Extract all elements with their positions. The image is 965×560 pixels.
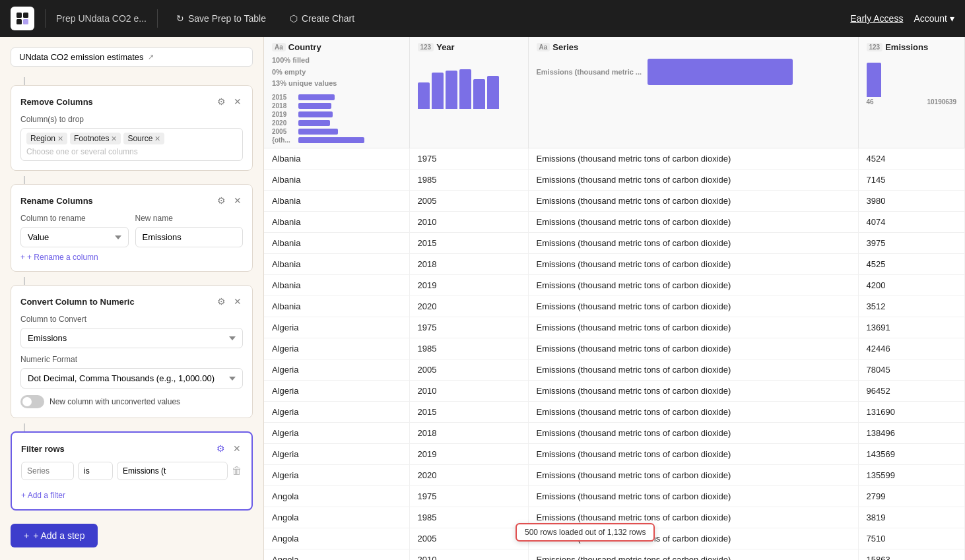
- table-row: Algeria1985Emissions (thousand metric to…: [264, 338, 965, 359]
- numeric-format-select[interactable]: Dot Decimal, Comma Thousands (e.g., 1,00…: [20, 368, 243, 389]
- tag-footnotes: Footnotes ✕: [70, 133, 121, 144]
- table-cell: Algeria: [264, 443, 409, 464]
- svg-rect-3: [23, 19, 28, 24]
- table-cell: 2005: [409, 528, 528, 549]
- new-name-input[interactable]: [135, 227, 244, 247]
- columns-drop-input[interactable]: Region ✕ Footnotes ✕ Source ✕ Choose one…: [20, 128, 243, 161]
- series-main-bar: [648, 59, 793, 85]
- step-close-button-remove[interactable]: ✕: [232, 95, 243, 108]
- table-cell: Emissions (thousand metric tons of carbo…: [528, 274, 858, 296]
- left-panel: UNdata CO2 emission estimates ↗ Remove C…: [0, 37, 264, 560]
- table-cell: Emissions (thousand metric tons of carbo…: [528, 464, 858, 485]
- table-cell: 2020: [409, 296, 528, 317]
- dataset-name-button[interactable]: UNdata CO2 emission estimates ↗: [11, 47, 253, 67]
- table-cell: Emissions (thousand metric tons of carbo…: [528, 359, 858, 380]
- table-row: Algeria1975Emissions (thousand metric to…: [264, 317, 965, 338]
- tag-x-source[interactable]: ✕: [154, 135, 160, 143]
- step-close-button-convert[interactable]: ✕: [232, 295, 243, 308]
- plus-icon-rename: +: [20, 253, 25, 262]
- table-row: Albania2020Emissions (thousand metric to…: [264, 296, 965, 317]
- new-name-label: New name: [135, 214, 244, 223]
- col-to-convert-select[interactable]: Emissions: [20, 328, 243, 348]
- table-cell: Algeria: [264, 317, 409, 338]
- year-bar-4: [459, 69, 471, 109]
- table-cell: Emissions (thousand metric tons of carbo…: [528, 211, 858, 232]
- toggle-label: New column with unconverted values: [50, 397, 180, 406]
- topbar-divider2: [157, 9, 158, 28]
- rename-col-right: New name: [135, 214, 244, 247]
- table-cell: Albania: [264, 169, 409, 190]
- topbar: Prep UNdata CO2 e... ↻ Save Prep to Tabl…: [0, 0, 965, 37]
- step-close-button-rename[interactable]: ✕: [232, 194, 243, 207]
- table-cell: Emissions (thousand metric tons of carbo…: [528, 401, 858, 422]
- col-name-year: Year: [436, 42, 454, 52]
- table-cell: Emissions (thousand metric tons of carbo…: [528, 148, 858, 169]
- table-cell: Angola: [264, 485, 409, 507]
- step-close-button-filter[interactable]: ✕: [232, 442, 242, 455]
- col-to-convert-label: Column to Convert: [20, 315, 243, 324]
- add-step-button[interactable]: + + Add a step: [11, 524, 98, 547]
- series-bar-label: Emissions (thousand metric ...: [537, 68, 642, 76]
- table-cell: 4525: [858, 253, 965, 274]
- country-bar-row-6: {oth...: [272, 137, 401, 144]
- account-menu[interactable]: Account ▾: [914, 13, 954, 24]
- step-settings-button-convert[interactable]: ⚙: [216, 295, 227, 308]
- create-chart-button[interactable]: ⬡ Create Chart: [282, 9, 362, 28]
- rename-col-left: Column to rename Value: [20, 214, 129, 247]
- table-cell: Albania: [264, 274, 409, 296]
- table-row: Albania2005Emissions (thousand metric to…: [264, 190, 965, 211]
- step-icons-remove: ⚙ ✕: [216, 95, 243, 108]
- table-cell: Albania: [264, 232, 409, 253]
- country-bar-row-4: 2020: [272, 119, 401, 127]
- step-icons-filter: ⚙ ✕: [215, 442, 242, 455]
- tag-x-region[interactable]: ✕: [57, 135, 63, 143]
- add-rename-button[interactable]: + + Rename a column: [20, 253, 98, 262]
- filter-value-input[interactable]: [117, 462, 228, 480]
- table-row: Algeria2020Emissions (thousand metric to…: [264, 464, 965, 485]
- plus-icon-step: +: [24, 530, 29, 541]
- filter-delete-button[interactable]: 🗑: [232, 465, 242, 477]
- bar-2015: [298, 94, 335, 100]
- save-icon: ↻: [176, 13, 184, 24]
- table-cell: Emissions (thousand metric tons of carbo…: [528, 485, 858, 507]
- table-cell: 7510: [858, 528, 965, 549]
- col-to-rename-select[interactable]: Value: [20, 227, 129, 247]
- table-cell: 135599: [858, 464, 965, 485]
- step-settings-button-filter[interactable]: ⚙: [215, 442, 226, 455]
- table-cell: 2010: [409, 549, 528, 560]
- table-row: Algeria2010Emissions (thousand metric to…: [264, 380, 965, 401]
- emissions-bar-1: [867, 63, 881, 97]
- table-cell: 15863: [858, 549, 965, 560]
- table-cell: 2005: [409, 190, 528, 211]
- step-title-filter: Filter rows: [21, 444, 65, 454]
- unconverted-toggle[interactable]: [20, 395, 44, 408]
- emissions-range: 46 10190639: [867, 98, 957, 106]
- table-cell: 96452: [858, 380, 965, 401]
- country-bar-row-5: 2005: [272, 128, 401, 135]
- table-cell: Albania: [264, 253, 409, 274]
- col-name-series: Series: [552, 42, 578, 52]
- external-link-icon: ↗: [148, 53, 154, 61]
- col-header-emissions: 123 Emissions 46 10190639: [858, 37, 965, 148]
- table-cell: Emissions (thousand metric tons of carbo…: [528, 232, 858, 253]
- save-prep-button[interactable]: ↻ Save Prep to Table: [168, 9, 274, 28]
- step-settings-button-remove[interactable]: ⚙: [216, 95, 227, 108]
- step-settings-button-rename[interactable]: ⚙: [216, 194, 227, 207]
- table-cell: Algeria: [264, 422, 409, 443]
- tag-x-footnotes[interactable]: ✕: [111, 135, 117, 143]
- filter-field-input[interactable]: [21, 462, 74, 480]
- table-cell: 4074: [858, 211, 965, 232]
- add-filter-button[interactable]: + Add a filter: [21, 491, 65, 500]
- chevron-down-icon: ▾: [950, 13, 954, 24]
- table-cell: 3980: [858, 190, 965, 211]
- col-header-country: Aa Country 100% filled0% empty13% unique…: [264, 37, 409, 148]
- year-bar-1: [418, 82, 430, 109]
- country-bar-row-3: 2019: [272, 111, 401, 118]
- early-access-link[interactable]: Early Access: [850, 13, 903, 24]
- country-bars: 2015 2018 2019: [272, 94, 401, 144]
- country-bar-row-1: 2015: [272, 94, 401, 101]
- step-divider-2: [24, 277, 25, 285]
- table-cell: 7145: [858, 169, 965, 190]
- filter-op-select[interactable]: is: [78, 462, 113, 480]
- table-cell: Algeria: [264, 380, 409, 401]
